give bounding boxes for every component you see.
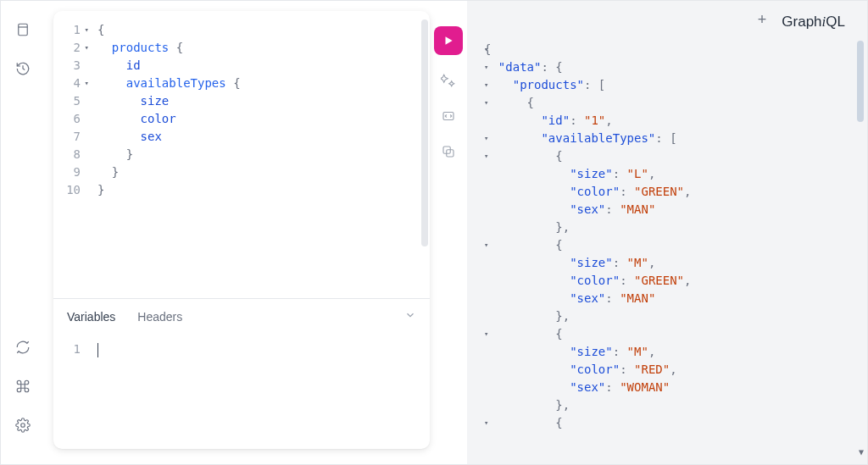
docs-icon[interactable] [11,18,35,42]
svg-point-2 [20,423,25,428]
shortcuts-icon[interactable] [11,374,35,398]
query-code[interactable]: { products { id availableTypes { size co… [86,11,241,298]
refresh-icon[interactable] [11,335,35,359]
variables-gutter: 1 [53,329,86,449]
chevron-down-icon[interactable] [404,309,416,324]
result-panel: + GraphiQL ▾{▾ "data": {▾ "products": [▾… [467,1,867,464]
tab-variables[interactable]: Variables [67,310,115,324]
add-tab-button[interactable]: + [758,11,767,32]
merge-icon[interactable] [438,106,459,126]
svg-rect-0 [18,24,27,36]
result-header: + GraphiQL [467,1,867,36]
settings-icon[interactable] [11,413,35,437]
copy-icon[interactable] [438,141,459,162]
text-caret [97,343,98,357]
result-viewer[interactable]: ▾{▾ "data": {▾ "products": [▾ { "id": "1… [467,36,867,464]
result-scrollbar[interactable] [857,41,864,122]
result-fade [467,447,867,464]
editor-toolbar [430,11,467,449]
brand-label: GraphiQL [782,14,845,30]
left-sidebar [1,1,45,464]
run-button[interactable] [434,26,463,55]
editor-card: 1▾2▾34▾5678910 { products { id available… [53,11,430,449]
scroll-down-icon[interactable]: ▼ [859,443,864,461]
variables-editor[interactable]: 1 [53,329,430,449]
variables-header: Variables Headers [53,299,430,329]
editor-scrollbar[interactable] [421,19,428,246]
query-gutter: 1▾2▾34▾5678910 [53,11,86,298]
history-icon[interactable] [11,57,35,80]
editor-panel: 1▾2▾34▾5678910 { products { id available… [45,1,467,464]
variables-panel: Variables Headers 1 [53,298,430,449]
tab-headers[interactable]: Headers [137,310,182,324]
query-editor[interactable]: 1▾2▾34▾5678910 { products { id available… [53,11,430,298]
prettify-icon[interactable] [438,70,459,91]
